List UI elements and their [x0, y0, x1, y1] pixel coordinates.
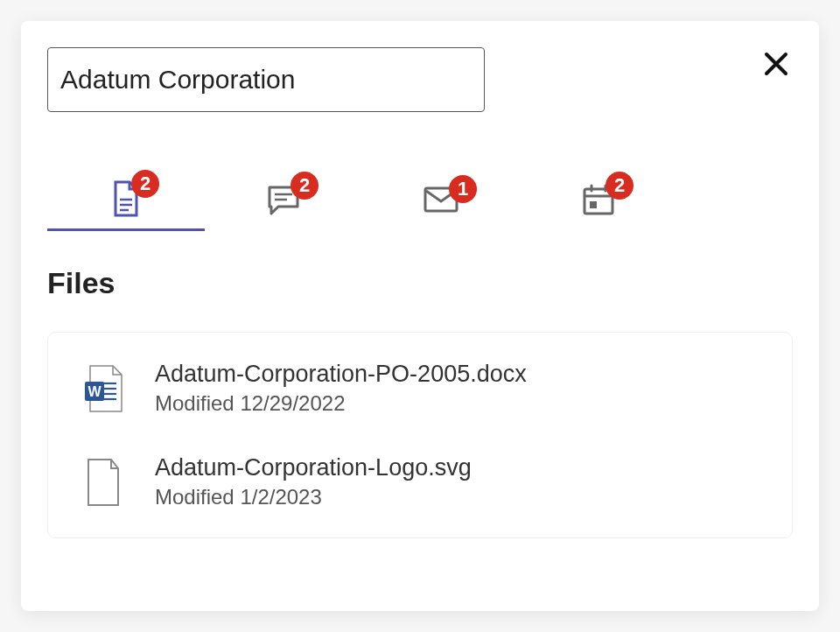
- word-file-icon: W: [83, 364, 123, 413]
- tab-mail[interactable]: 1: [362, 168, 520, 231]
- file-item[interactable]: W Adatum-Corporation-PO-2005.docx Modifi…: [48, 341, 792, 435]
- generic-file-icon: [83, 458, 123, 507]
- search-panel: 2 2: [21, 21, 819, 611]
- tab-calendar[interactable]: 2: [520, 168, 677, 231]
- file-name: Adatum-Corporation-PO-2005.docx: [155, 361, 757, 388]
- close-button[interactable]: [763, 51, 789, 77]
- file-name: Adatum-Corporation-Logo.svg: [155, 454, 757, 481]
- tab-files-badge: 2: [131, 170, 159, 198]
- section-heading: Files: [47, 266, 793, 300]
- tab-files[interactable]: 2: [47, 168, 205, 231]
- tab-calendar-badge: 2: [606, 172, 634, 200]
- result-tabs: 2 2: [47, 168, 793, 231]
- tab-chat-badge: 2: [290, 172, 318, 200]
- svg-text:W: W: [88, 384, 102, 399]
- tab-mail-badge: 1: [449, 175, 477, 203]
- close-icon: [763, 51, 789, 77]
- svg-rect-10: [590, 201, 597, 208]
- tab-chat[interactable]: 2: [205, 168, 362, 231]
- file-modified: Modified 12/29/2022: [155, 391, 757, 416]
- file-item[interactable]: Adatum-Corporation-Logo.svg Modified 1/2…: [48, 435, 792, 529]
- search-input[interactable]: [47, 47, 485, 112]
- file-results: W Adatum-Corporation-PO-2005.docx Modifi…: [47, 332, 793, 538]
- file-modified: Modified 1/2/2023: [155, 485, 757, 509]
